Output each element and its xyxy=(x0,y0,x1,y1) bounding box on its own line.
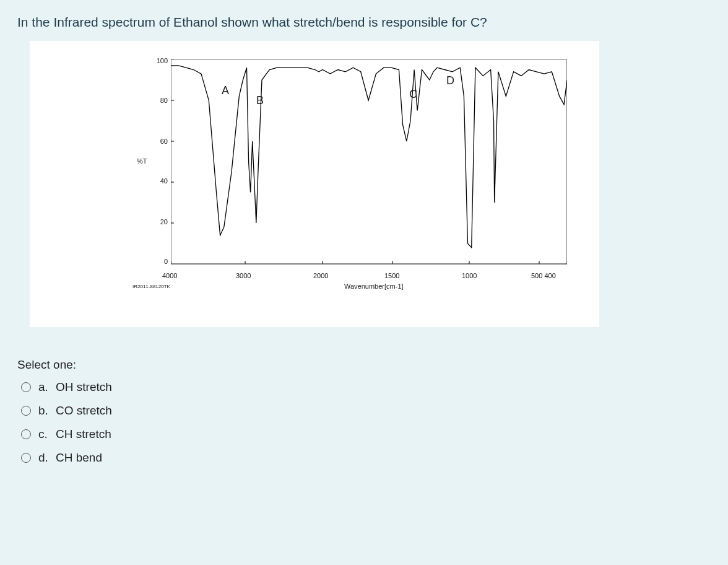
question-text: In the Infrared spectrum of Ethanol show… xyxy=(17,15,676,30)
option-text: OH stretch xyxy=(56,380,112,394)
option-a[interactable]: a. OH stretch xyxy=(17,380,676,394)
select-one-label: Select one: xyxy=(17,358,676,372)
quiz-question: In the Infrared spectrum of Ethanol show… xyxy=(0,0,693,499)
chart-inner: 100 80 60 40 20 0 %T 4000 3000 2000 1500… xyxy=(41,52,573,312)
y-tick-100: 100 xyxy=(157,57,168,64)
x-tick-1500: 1500 xyxy=(384,272,399,279)
option-text: CH stretch xyxy=(56,427,111,441)
chart-footnote: IR2011-88120TK xyxy=(132,284,170,289)
y-axis-label: %T xyxy=(137,157,147,165)
option-letter: b. xyxy=(38,404,56,418)
x-axis-label: Wavenumber[cm-1] xyxy=(344,282,404,290)
radio-icon[interactable] xyxy=(21,382,31,392)
ir-spectrum-chart: 100 80 60 40 20 0 %T 4000 3000 2000 1500… xyxy=(30,41,599,327)
radio-icon[interactable] xyxy=(21,429,31,439)
option-letter: c. xyxy=(38,427,56,441)
x-tick-500: 500 400 xyxy=(531,272,556,279)
y-tick-60: 60 xyxy=(160,138,168,145)
x-tick-2000: 2000 xyxy=(313,272,328,279)
radio-icon[interactable] xyxy=(21,453,31,463)
x-tick-1000: 1000 xyxy=(462,272,477,279)
radio-icon[interactable] xyxy=(21,406,31,416)
y-tick-0: 0 xyxy=(164,258,168,265)
x-tick-4000: 4000 xyxy=(162,272,177,279)
option-b[interactable]: b. CO stretch xyxy=(17,404,676,418)
x-tick-3000: 3000 xyxy=(236,272,251,279)
spectrum-line xyxy=(171,66,567,248)
y-tick-80: 80 xyxy=(160,97,168,104)
answer-options: a. OH stretch b. CO stretch c. CH stretc… xyxy=(17,380,676,465)
y-tick-20: 20 xyxy=(160,218,168,226)
option-d[interactable]: d. CH bend xyxy=(17,451,676,465)
y-tick-40: 40 xyxy=(160,177,168,185)
spectrum-svg xyxy=(171,59,567,270)
option-letter: a. xyxy=(38,380,56,394)
option-letter: d. xyxy=(38,451,56,465)
option-text: CH bend xyxy=(56,451,102,465)
option-text: CO stretch xyxy=(56,404,112,418)
option-c[interactable]: c. CH stretch xyxy=(17,427,676,441)
